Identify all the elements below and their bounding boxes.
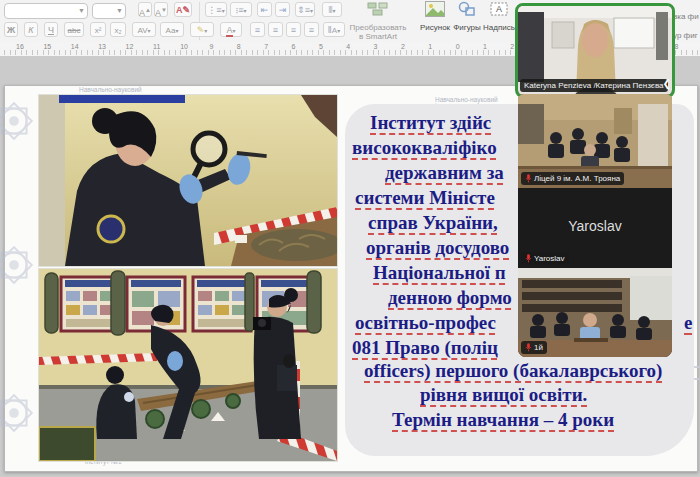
insert-picture-label: Рисунок [418, 23, 452, 32]
underline-button[interactable]: Ч [44, 22, 58, 37]
ruler-number: 15 [43, 43, 51, 50]
decrease-font-button[interactable]: A▼ [154, 2, 168, 17]
ruler-number: 2 [510, 43, 514, 50]
ruler-number: 13 [98, 43, 106, 50]
smartart-icon [367, 1, 389, 17]
increase-indent-button[interactable]: ⇥ [275, 2, 290, 17]
slide-text-line[interactable]: органів досудово [366, 237, 509, 259]
subscript-button[interactable]: x₂ [110, 22, 126, 37]
format-painter-button[interactable]: A✎ [174, 2, 192, 17]
justify-button[interactable]: ≡ [304, 22, 319, 37]
police-badge-watermark [0, 384, 43, 442]
bulleted-list-button[interactable]: ⋮≡▾ [205, 2, 227, 17]
ruler-number: 5 [319, 43, 323, 50]
police-badge-watermark [0, 236, 43, 294]
slide-text-line[interactable]: денною формо [388, 287, 512, 309]
chevron-down-icon: ▼ [78, 7, 85, 14]
ruler-number: 0 [456, 43, 460, 50]
participant-name-label: Kateryna Penzieva /Катерина Пензєва [520, 79, 668, 92]
ruler-number: 4 [346, 43, 350, 50]
ruler-number: 2 [401, 43, 405, 50]
align-center-button[interactable]: ≡ [268, 22, 283, 37]
slide-text-line[interactable]: officers) першого (бакалаврського) [364, 360, 662, 382]
smartart-label: Преобразоватьв SmartArt [348, 23, 408, 41]
slide-text-line[interactable]: Інститут здійс [370, 112, 491, 134]
svg-text:A: A [496, 4, 502, 14]
ruler-number: 8 [674, 43, 678, 50]
slide-text-line[interactable]: 081 Право (поліц [352, 337, 498, 359]
participant-display-name: Yaroslav [518, 218, 672, 234]
muted-mic-icon [525, 174, 532, 183]
picture-icon [425, 1, 445, 17]
ruler-number: 7 [264, 43, 268, 50]
slide-text-line[interactable]: справ України, [368, 212, 498, 234]
participant-tile-kateryna[interactable]: Kateryna Penzieva /Катерина Пензєва ❮ [515, 3, 675, 98]
collapse-panel-icon[interactable]: ❮ [663, 78, 671, 89]
insert-textbox-button[interactable]: A Надпись [482, 1, 516, 41]
slide-text-line[interactable]: рівня вищої освіти. [420, 384, 587, 406]
ruler-number: 9 [209, 43, 213, 50]
align-right-button[interactable]: ≡ [286, 22, 301, 37]
columns-button[interactable]: ⦀▾ [322, 2, 342, 17]
line-spacing-button[interactable]: ⇕≡▾ [295, 2, 315, 17]
ruler-number: 6 [292, 43, 296, 50]
slide-text-line[interactable]: освітньо-профес [355, 312, 496, 334]
photo-crime-scene-training[interactable] [39, 269, 337, 461]
shape-fill-label-fragment: вка фи [673, 12, 699, 21]
insert-picture-button[interactable]: Рисунок [418, 1, 452, 41]
participant-name-label: Ліцей 9 ім. А.М. Трояна [521, 172, 624, 185]
slide-text-line[interactable]: е [684, 312, 692, 334]
police-badge-watermark [0, 92, 43, 150]
ruler-number: 10 [180, 43, 188, 50]
ruler-number: 8 [237, 43, 241, 50]
ruler-number: 12 [125, 43, 133, 50]
muted-mic-icon [525, 343, 532, 352]
numbered-list-button[interactable]: ⁝≡▾ [230, 2, 252, 17]
application-window: ▼ ▼ A▲ A▼ A✎ ⋮≡▾ ⁝≡▾ ⇤ ⇥ ⇕≡▾ ⦀▾ Ж К Ч ab… [0, 0, 700, 477]
slide-text-line[interactable]: системи Міністе [355, 187, 495, 209]
insert-shapes-button[interactable]: Фигуры [452, 1, 482, 41]
participant-name-label: Yaroslav [521, 252, 569, 265]
ruler-number: 1 [428, 43, 432, 50]
ruler-number: 11 [153, 43, 160, 50]
slide-text-line[interactable]: Національної п [373, 262, 506, 284]
superscript-button[interactable]: x² [90, 22, 106, 37]
change-case-button[interactable]: Aа▾ [160, 22, 184, 37]
photo-forensic-examiner[interactable] [39, 95, 337, 266]
insert-shapes-label: Фигуры [452, 23, 482, 32]
ruler-number: 16 [16, 43, 24, 50]
textbox-icon: A [490, 1, 508, 17]
muted-mic-icon [525, 254, 532, 263]
font-color-button[interactable]: A▾ [220, 22, 242, 37]
font-size-select[interactable]: ▼ [92, 3, 126, 19]
participant-tile-yaroslav[interactable]: Yaroslav Yaroslav [518, 188, 672, 268]
strikethrough-button[interactable]: abc [64, 22, 84, 37]
bold-button[interactable]: Ж [4, 22, 18, 37]
slide-text-line[interactable]: Термін навчання – 4 роки [392, 409, 614, 431]
font-name-select[interactable]: ▼ [4, 3, 88, 19]
video-call-panel: Kateryna Penzieva /Катерина Пензєва ❮ [518, 0, 672, 357]
slide-text-line[interactable]: висококваліфіко [352, 137, 497, 159]
highlight-color-button[interactable]: ✎▾ [190, 22, 214, 37]
insert-textbox-label: Надпись [482, 23, 516, 32]
align-left-button[interactable]: ≡ [250, 22, 265, 37]
shapes-icon [458, 1, 476, 17]
italic-button[interactable]: К [24, 22, 38, 37]
increase-font-button[interactable]: A▲ [138, 2, 152, 17]
decrease-indent-button[interactable]: ⇤ [257, 2, 272, 17]
convert-to-smartart-button[interactable]: Преобразоватьв SmartArt [348, 1, 408, 41]
participant-name-label: 1й [521, 341, 547, 354]
ruler-number: 3 [374, 43, 378, 50]
chevron-down-icon: ▼ [116, 7, 123, 14]
participant-tile-classroom[interactable]: 1й [518, 268, 672, 357]
shape-outline-label-fragment: ур фиг [673, 31, 698, 40]
text-direction-button[interactable]: ⅡA▾ [323, 22, 345, 37]
character-spacing-button[interactable]: AV▾ [132, 22, 156, 37]
slide-text-line[interactable]: державним за [385, 162, 504, 184]
ruler-number: 1 [483, 43, 487, 50]
participant-tile-licey9[interactable]: Ліцей 9 ім. А.М. Трояна [518, 94, 672, 188]
ruler-number: 14 [71, 43, 79, 50]
